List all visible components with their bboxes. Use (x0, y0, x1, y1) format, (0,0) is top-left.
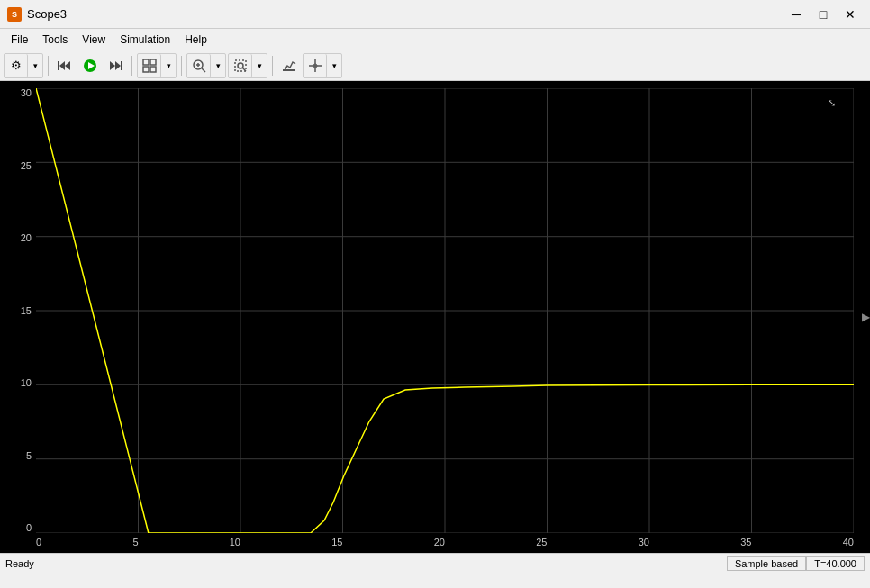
sep1 (48, 56, 49, 76)
right-arrow-icon[interactable]: ▶ (862, 311, 870, 323)
sep4 (272, 56, 273, 76)
plot-area: ⤡ (36, 88, 854, 533)
svg-rect-8 (143, 59, 149, 65)
y-label-10: 10 (0, 378, 36, 388)
svg-marker-5 (110, 61, 115, 70)
status-bar: Ready Sample based T=40.000 (0, 553, 870, 573)
x-label-35: 35 (740, 538, 751, 547)
status-right: Sample based T=40.000 (727, 556, 865, 571)
svg-line-13 (202, 68, 205, 72)
app-icon: S (7, 7, 22, 22)
step-button[interactable] (104, 54, 127, 77)
layout-button[interactable] (138, 54, 161, 77)
svg-marker-6 (115, 61, 121, 70)
settings-dropdown[interactable]: ▾ (28, 54, 42, 77)
maximize-button[interactable]: □ (811, 5, 836, 24)
title-bar: S Scope3 ─ □ ✕ (0, 0, 870, 29)
x-label-10: 10 (230, 538, 240, 547)
svg-rect-11 (150, 67, 156, 72)
status-text: Ready (5, 558, 34, 569)
svg-rect-9 (150, 59, 156, 65)
menu-simulation[interactable]: Simulation (113, 32, 177, 48)
svg-rect-19 (283, 69, 295, 71)
menu-file[interactable]: File (4, 32, 35, 48)
zoom-box-button[interactable] (229, 54, 252, 77)
rewind-button[interactable] (53, 54, 77, 77)
y-label-30: 30 (0, 88, 36, 98)
sep3 (181, 56, 182, 76)
play-button[interactable] (78, 54, 102, 77)
svg-marker-0 (65, 61, 70, 70)
layout-group[interactable]: ▾ (137, 53, 177, 78)
x-axis: 0 5 10 15 20 25 30 35 40 (36, 533, 854, 551)
title-left: S Scope3 (7, 7, 67, 22)
toolbar: ⚙ ▾ ▾ (0, 50, 870, 81)
window-title: Scope3 (27, 7, 67, 21)
zoom-box-group[interactable]: ▾ (228, 53, 267, 78)
cursor-group[interactable]: ▾ (303, 53, 342, 78)
y-label-15: 15 (0, 306, 36, 316)
svg-rect-7 (121, 61, 122, 70)
svg-rect-10 (143, 67, 149, 72)
y-label-0: 0 (0, 523, 36, 533)
svg-marker-1 (59, 61, 65, 70)
x-label-30: 30 (639, 538, 649, 547)
y-label-5: 5 (0, 451, 36, 461)
sample-based-badge: Sample based (727, 556, 806, 571)
settings-button[interactable]: ⚙ (5, 54, 28, 77)
zoom-in-dropdown[interactable]: ▾ (211, 54, 225, 77)
x-label-15: 15 (331, 538, 342, 547)
sep2 (131, 56, 132, 76)
y-axis: 30 25 20 15 10 5 0 (0, 88, 36, 533)
x-label-25: 25 (536, 538, 547, 547)
expand-icon[interactable]: ⤡ (828, 97, 836, 109)
plot-container: 30 25 20 15 10 5 0 (0, 81, 870, 553)
zoom-in-button[interactable] (187, 54, 211, 77)
menu-bar: File Tools View Simulation Help (0, 29, 870, 50)
close-button[interactable]: ✕ (838, 5, 863, 24)
cursor-dropdown[interactable]: ▾ (327, 54, 341, 77)
cursor-button[interactable] (304, 54, 327, 77)
settings-group[interactable]: ⚙ ▾ (4, 53, 43, 78)
x-label-20: 20 (434, 538, 445, 547)
y-label-25: 25 (0, 161, 36, 171)
zoom-box-dropdown[interactable]: ▾ (252, 54, 267, 77)
time-badge: T=40.000 (806, 556, 865, 571)
minimize-button[interactable]: ─ (784, 5, 809, 24)
title-controls[interactable]: ─ □ ✕ (784, 5, 863, 24)
y-label-20: 20 (0, 233, 36, 243)
menu-view[interactable]: View (75, 32, 113, 48)
x-label-40: 40 (843, 538, 854, 547)
tools2-button[interactable] (277, 54, 301, 77)
x-label-0: 0 (36, 538, 41, 547)
x-label-5: 5 (132, 538, 138, 547)
menu-tools[interactable]: Tools (35, 32, 75, 48)
svg-rect-2 (58, 61, 59, 70)
layout-dropdown[interactable]: ▾ (161, 54, 176, 77)
menu-help[interactable]: Help (177, 32, 214, 48)
zoom-in-group[interactable]: ▾ (186, 53, 226, 78)
